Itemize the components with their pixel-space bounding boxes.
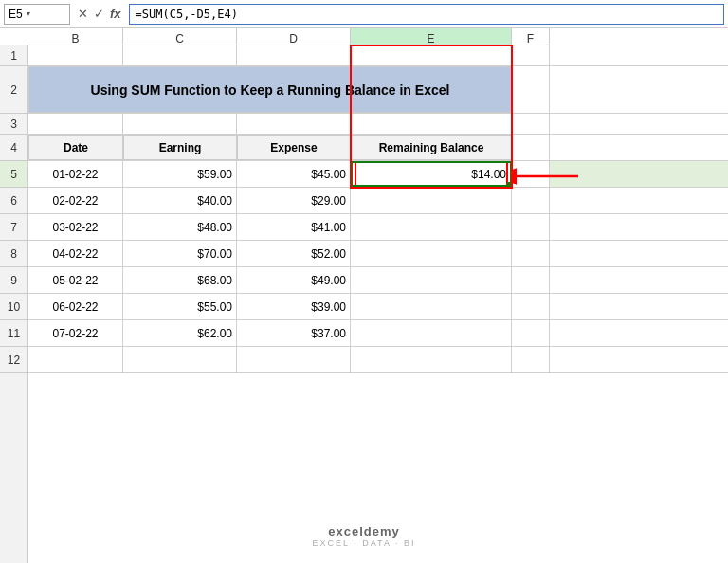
cell-d9[interactable]: $49.00 xyxy=(237,267,351,293)
cell-e8[interactable] xyxy=(351,241,512,266)
row-header-2: 2 xyxy=(0,66,27,114)
column-headers: B C D E F xyxy=(28,28,728,45)
row-header-6: 6 xyxy=(0,188,27,214)
row-header-10: 10 xyxy=(0,294,27,320)
row-header-12: 12 xyxy=(0,347,27,373)
row-header-8: 8 xyxy=(0,241,27,267)
cell-b7[interactable]: 03-02-22 xyxy=(28,214,123,240)
cell-c1[interactable] xyxy=(123,45,237,65)
col-header-b: B xyxy=(28,28,123,45)
cell-c7[interactable]: $48.00 xyxy=(123,214,237,240)
formula-bar: E5 ▾ ✕ ✓ fx xyxy=(0,0,728,28)
cell-f9[interactable] xyxy=(512,267,550,293)
cell-f4[interactable] xyxy=(512,135,550,160)
name-box[interactable]: E5 ▾ xyxy=(4,4,70,25)
grid-content: Using SUM Function to Keep a Running Bal… xyxy=(28,45,728,563)
col-header-f: F xyxy=(512,28,550,45)
cell-f7[interactable] xyxy=(512,214,550,240)
cell-d6[interactable]: $29.00 xyxy=(237,188,351,213)
spreadsheet: B C D E F 1 2 3 4 5 6 7 xyxy=(0,28,728,563)
cell-e10[interactable] xyxy=(351,294,512,319)
row-2: Using SUM Function to Keep a Running Bal… xyxy=(28,66,728,114)
cell-f5[interactable] xyxy=(512,161,550,187)
row-4: Date Earning Expense Remaining Balance xyxy=(28,135,728,161)
cell-e5[interactable]: $14.00 xyxy=(351,161,512,187)
fx-icon[interactable]: fx xyxy=(110,7,121,21)
cell-d5[interactable]: $45.00 xyxy=(237,161,351,187)
cell-e1[interactable] xyxy=(351,45,512,65)
cell-b9[interactable]: 05-02-22 xyxy=(28,267,123,293)
cell-d3[interactable] xyxy=(237,114,351,134)
formula-input[interactable] xyxy=(129,4,724,25)
cell-e12[interactable] xyxy=(351,347,512,372)
col-header-e: E xyxy=(351,28,512,45)
cell-b3[interactable] xyxy=(28,114,123,134)
row-header-5: 5 xyxy=(0,161,27,188)
confirm-icon[interactable]: ✓ xyxy=(94,7,104,21)
cell-b10[interactable]: 06-02-22 xyxy=(28,294,123,319)
cell-c3[interactable] xyxy=(123,114,237,134)
cell-c8[interactable]: $70.00 xyxy=(123,241,237,266)
cell-c9[interactable]: $68.00 xyxy=(123,267,237,293)
cell-e4-header[interactable]: Remaining Balance xyxy=(351,135,512,160)
cell-e9[interactable] xyxy=(351,267,512,293)
col-header-d: D xyxy=(237,28,351,45)
cell-c5[interactable]: $59.00 xyxy=(123,161,237,187)
cell-e11[interactable] xyxy=(351,320,512,346)
cell-f3[interactable] xyxy=(512,114,550,134)
cell-f1[interactable] xyxy=(512,45,550,65)
cell-f12[interactable] xyxy=(512,347,550,372)
cell-d4-header[interactable]: Expense xyxy=(237,135,351,160)
cell-c12[interactable] xyxy=(123,347,237,372)
cell-e7[interactable] xyxy=(351,214,512,240)
cell-b12[interactable] xyxy=(28,347,123,372)
formula-icons: ✕ ✓ fx xyxy=(74,7,125,21)
row-1 xyxy=(28,45,728,66)
row-3 xyxy=(28,114,728,135)
cell-c10[interactable]: $55.00 xyxy=(123,294,237,319)
cancel-icon[interactable]: ✕ xyxy=(78,7,88,21)
cell-c11[interactable]: $62.00 xyxy=(123,320,237,346)
grid-area: 1 2 3 4 5 6 7 8 9 10 11 12 xyxy=(0,45,728,563)
cell-e3[interactable] xyxy=(351,114,512,134)
row-header-11: 11 xyxy=(0,320,27,347)
row-header-3: 3 xyxy=(0,114,27,135)
cell-f11[interactable] xyxy=(512,320,550,346)
cell-b8[interactable]: 04-02-22 xyxy=(28,241,123,266)
cell-b11[interactable]: 07-02-22 xyxy=(28,320,123,346)
cell-c4-header[interactable]: Earning xyxy=(123,135,237,160)
cell-b6[interactable]: 02-02-22 xyxy=(28,188,123,213)
cell-e6[interactable] xyxy=(351,188,512,213)
row-header-7: 7 xyxy=(0,214,27,241)
row-9: 05-02-22 $68.00 $49.00 xyxy=(28,267,728,294)
cell-f8[interactable] xyxy=(512,241,550,266)
row-12 xyxy=(28,347,728,373)
cell-c6[interactable]: $40.00 xyxy=(123,188,237,213)
cell-d7[interactable]: $41.00 xyxy=(237,214,351,240)
row-6: 02-02-22 $40.00 $29.00 xyxy=(28,188,728,214)
watermark-name: exceldemy xyxy=(313,524,416,538)
cell-b5[interactable]: 01-02-22 xyxy=(28,161,123,187)
cell-b1[interactable] xyxy=(28,45,123,65)
row-7: 03-02-22 $48.00 $41.00 xyxy=(28,214,728,241)
name-box-chevron: ▾ xyxy=(27,9,30,18)
row-header-4: 4 xyxy=(0,135,27,161)
cell-d11[interactable]: $37.00 xyxy=(237,320,351,346)
cell-d12[interactable] xyxy=(237,347,351,372)
row-header-9: 9 xyxy=(0,267,27,294)
cell-d8[interactable]: $52.00 xyxy=(237,241,351,266)
watermark: exceldemy EXCEL · DATA · BI xyxy=(313,524,416,548)
cell-d10[interactable]: $39.00 xyxy=(237,294,351,319)
row-header-1: 1 xyxy=(0,45,27,66)
cell-reference: E5 xyxy=(9,8,23,21)
row-11: 07-02-22 $62.00 $37.00 xyxy=(28,320,728,347)
cell-f10[interactable] xyxy=(512,294,550,319)
col-header-c: C xyxy=(123,28,237,45)
row-8: 04-02-22 $70.00 $52.00 xyxy=(28,241,728,267)
cell-d1[interactable] xyxy=(237,45,351,65)
watermark-tagline: EXCEL · DATA · BI xyxy=(313,538,416,548)
cell-b4-header[interactable]: Date xyxy=(28,135,123,160)
cell-f6[interactable] xyxy=(512,188,550,213)
cell-f2[interactable] xyxy=(512,66,550,113)
row-5: 01-02-22 $59.00 $45.00 $14.00 xyxy=(28,161,728,188)
